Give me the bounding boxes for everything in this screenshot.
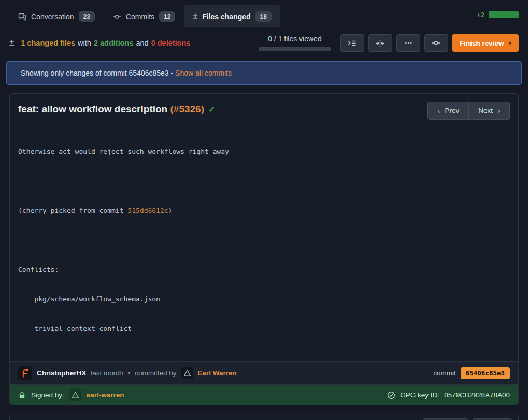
cherry-pick-sha-link[interactable]: 515dd6612c	[127, 207, 168, 214]
cherry-suffix: )	[168, 207, 173, 214]
signature-row: Signed by: earl-warren GPG key ID: 0579C…	[10, 384, 518, 405]
commit-message-line: Conflicts:	[18, 265, 510, 274]
diff-toolbar: ± 1 changed files with 2 additions and 0…	[0, 27, 528, 57]
commit-title: feat: allow workflow description (#5326)…	[18, 102, 215, 118]
bullet-separator: •	[128, 369, 131, 377]
files-viewed-label: 0 / 1 files viewed	[268, 35, 322, 43]
commit-message-line: Otherwise act would reject such workflow…	[18, 147, 510, 156]
pr-files-changed-page: Conversation 23 Commits 12 ± Files chang…	[0, 0, 528, 420]
files-viewed-progress	[259, 47, 331, 51]
success-check-icon: ✓	[208, 105, 215, 114]
next-commit-button[interactable]: Next ›	[469, 102, 510, 120]
tab-label: Files changed	[202, 12, 250, 21]
commit-select-button[interactable]	[424, 34, 448, 52]
tab-files-changed[interactable]: ± Files changed 18	[184, 5, 280, 27]
files-viewed: 0 / 1 files viewed	[259, 35, 331, 51]
diff-file-header: 2 pkg/schema/workflow_schema.json Unesca…	[10, 414, 518, 420]
ellipsis-icon: ⋯	[404, 38, 412, 48]
show-all-commits-link[interactable]: Show all commits	[175, 69, 232, 77]
commit-icon	[432, 39, 440, 47]
blank-line	[18, 176, 510, 186]
commit-message: Otherwise act would reject such workflow…	[10, 122, 518, 361]
whitespace-button[interactable]	[368, 34, 392, 52]
commit-time: last month	[91, 369, 123, 377]
caret-down-icon: ▾	[508, 40, 511, 47]
deletions-count: 0 deletions	[151, 39, 191, 47]
commit-title-text: feat: allow workflow description	[18, 104, 170, 114]
commit-icon	[112, 12, 121, 21]
committer-avatar[interactable]	[181, 367, 193, 379]
gpg-key-id: 0579CB2928A78A00	[444, 391, 510, 399]
committed-by-label: committed by	[135, 369, 176, 377]
file-tree-toggle-button[interactable]	[340, 34, 364, 52]
commit-header: feat: allow workflow description (#5326)…	[10, 94, 518, 122]
chevron-left-icon: ‹	[437, 106, 440, 115]
summary-text: with	[78, 39, 91, 47]
tab-commits[interactable]: Commits 12	[104, 5, 184, 27]
tab-label: Commits	[126, 12, 154, 21]
cherry-prefix: (cherry picked from commit	[18, 207, 127, 214]
diffstat-additions: +2	[477, 11, 484, 19]
author-name[interactable]: ChristopherHX	[37, 369, 86, 377]
next-label: Next	[478, 107, 493, 114]
commits-count-badge: 12	[159, 11, 175, 22]
diffstat-bar	[489, 11, 519, 18]
blank-line	[18, 235, 510, 245]
committer-name[interactable]: Earl Warren	[198, 369, 237, 377]
author-avatar[interactable]	[18, 366, 32, 380]
diff-options-button[interactable]: ⋯	[396, 34, 420, 52]
changed-files-summary: ± 1 changed files with 2 additions and 0…	[9, 38, 190, 48]
commit-meta-row: ChristopherHX last month • committed by …	[10, 361, 518, 384]
tab-label: Conversation	[31, 12, 74, 21]
finish-review-button[interactable]: Finish review ▾	[452, 34, 519, 52]
finish-review-label: Finish review	[460, 39, 504, 47]
prev-commit-button[interactable]: ‹ Prev	[427, 102, 469, 120]
changed-files-count: 1 changed files	[21, 39, 75, 47]
conversation-count-badge: 23	[79, 11, 95, 22]
tab-conversation[interactable]: Conversation 23	[9, 5, 104, 27]
prev-label: Prev	[445, 107, 459, 114]
commit-nav: ‹ Prev Next ›	[427, 102, 510, 120]
diff-icon: ±	[9, 38, 14, 48]
verified-icon	[387, 391, 395, 399]
banner-text: Showing only changes of commit 65406c85e…	[21, 69, 175, 77]
files-count-badge: 18	[255, 11, 272, 22]
pr-tab-bar: Conversation 23 Commits 12 ± Files chang…	[0, 0, 528, 27]
diffstat: +2	[477, 11, 519, 27]
commit-filter-banner: Showing only changes of commit 65406c85e…	[6, 61, 522, 85]
diff-icon: ±	[193, 12, 197, 21]
additions-count: 2 additions	[94, 39, 134, 47]
signer-name[interactable]: earl-warren	[87, 391, 124, 399]
lock-icon	[18, 391, 26, 399]
commit-message-line: pkg/schema/workflow_schema.json	[18, 294, 510, 304]
commit-sha-badge[interactable]: 65406c85e3	[461, 367, 510, 379]
commit-label: commit	[433, 369, 456, 377]
conversation-icon	[18, 12, 26, 21]
chevron-right-icon: ›	[497, 106, 500, 115]
commit-box: feat: allow workflow description (#5326)…	[9, 93, 519, 405]
commit-message-line: (cherry picked from commit 515dd6612c)	[18, 206, 510, 215]
signer-avatar[interactable]	[69, 389, 81, 401]
diff-file-box: 2 pkg/schema/workflow_schema.json Unesca…	[9, 414, 519, 420]
summary-text: and	[136, 39, 148, 47]
signed-by-label: Signed by:	[31, 391, 64, 399]
commit-message-line: trivial context conflict	[18, 324, 510, 334]
issue-link[interactable]: (#5326)	[170, 104, 204, 114]
gpg-key-label: GPG key ID:	[400, 391, 439, 399]
